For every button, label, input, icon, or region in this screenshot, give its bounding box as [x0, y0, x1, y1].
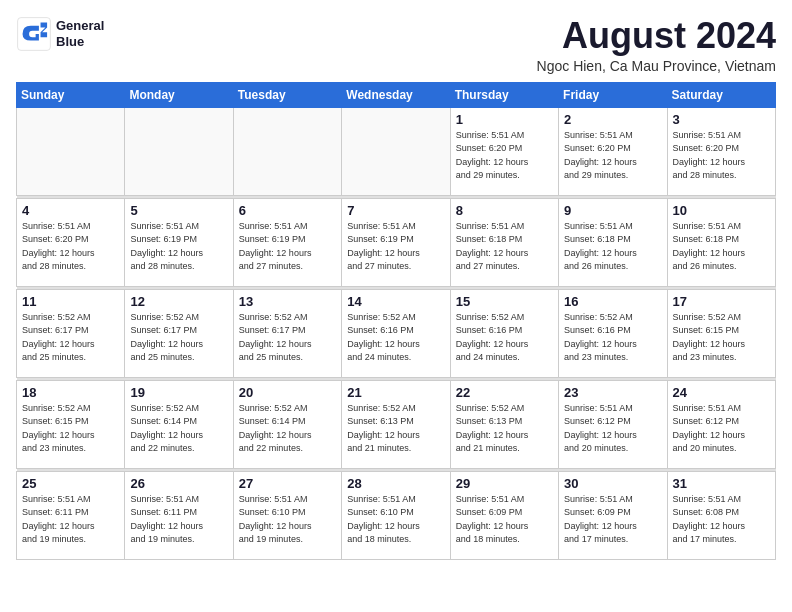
day-number: 14: [347, 294, 444, 309]
calendar-cell: 30Sunrise: 5:51 AM Sunset: 6:09 PM Dayli…: [559, 471, 667, 559]
day-number: 28: [347, 476, 444, 491]
day-info: Sunrise: 5:52 AM Sunset: 6:16 PM Dayligh…: [564, 311, 661, 365]
day-number: 30: [564, 476, 661, 491]
day-info: Sunrise: 5:52 AM Sunset: 6:16 PM Dayligh…: [347, 311, 444, 365]
weekday-header-tuesday: Tuesday: [233, 82, 341, 107]
month-title: August 2024: [537, 16, 776, 56]
day-number: 3: [673, 112, 770, 127]
day-info: Sunrise: 5:52 AM Sunset: 6:17 PM Dayligh…: [239, 311, 336, 365]
calendar-cell: [125, 107, 233, 195]
day-number: 17: [673, 294, 770, 309]
day-info: Sunrise: 5:51 AM Sunset: 6:10 PM Dayligh…: [347, 493, 444, 547]
day-info: Sunrise: 5:51 AM Sunset: 6:12 PM Dayligh…: [564, 402, 661, 456]
day-number: 12: [130, 294, 227, 309]
calendar-cell: 18Sunrise: 5:52 AM Sunset: 6:15 PM Dayli…: [17, 380, 125, 468]
calendar-cell: 31Sunrise: 5:51 AM Sunset: 6:08 PM Dayli…: [667, 471, 775, 559]
calendar-cell: 21Sunrise: 5:52 AM Sunset: 6:13 PM Dayli…: [342, 380, 450, 468]
day-number: 6: [239, 203, 336, 218]
day-number: 18: [22, 385, 119, 400]
day-number: 9: [564, 203, 661, 218]
calendar-cell: 26Sunrise: 5:51 AM Sunset: 6:11 PM Dayli…: [125, 471, 233, 559]
calendar-cell: [17, 107, 125, 195]
day-number: 2: [564, 112, 661, 127]
day-number: 20: [239, 385, 336, 400]
calendar-cell: 15Sunrise: 5:52 AM Sunset: 6:16 PM Dayli…: [450, 289, 558, 377]
generalblue-logo-icon: [16, 16, 52, 52]
day-info: Sunrise: 5:52 AM Sunset: 6:16 PM Dayligh…: [456, 311, 553, 365]
calendar-cell: 8Sunrise: 5:51 AM Sunset: 6:18 PM Daylig…: [450, 198, 558, 286]
weekday-header-sunday: Sunday: [17, 82, 125, 107]
day-info: Sunrise: 5:52 AM Sunset: 6:14 PM Dayligh…: [239, 402, 336, 456]
calendar-cell: 28Sunrise: 5:51 AM Sunset: 6:10 PM Dayli…: [342, 471, 450, 559]
day-number: 31: [673, 476, 770, 491]
calendar-cell: 25Sunrise: 5:51 AM Sunset: 6:11 PM Dayli…: [17, 471, 125, 559]
day-number: 19: [130, 385, 227, 400]
location: Ngoc Hien, Ca Mau Province, Vietnam: [537, 58, 776, 74]
calendar-cell: 3Sunrise: 5:51 AM Sunset: 6:20 PM Daylig…: [667, 107, 775, 195]
day-number: 27: [239, 476, 336, 491]
day-number: 10: [673, 203, 770, 218]
day-info: Sunrise: 5:51 AM Sunset: 6:18 PM Dayligh…: [456, 220, 553, 274]
day-info: Sunrise: 5:51 AM Sunset: 6:11 PM Dayligh…: [130, 493, 227, 547]
weekday-header-monday: Monday: [125, 82, 233, 107]
day-info: Sunrise: 5:51 AM Sunset: 6:20 PM Dayligh…: [564, 129, 661, 183]
day-info: Sunrise: 5:51 AM Sunset: 6:20 PM Dayligh…: [673, 129, 770, 183]
day-number: 13: [239, 294, 336, 309]
day-info: Sunrise: 5:51 AM Sunset: 6:09 PM Dayligh…: [456, 493, 553, 547]
calendar-cell: 24Sunrise: 5:51 AM Sunset: 6:12 PM Dayli…: [667, 380, 775, 468]
day-number: 16: [564, 294, 661, 309]
calendar-cell: [233, 107, 341, 195]
calendar-cell: 19Sunrise: 5:52 AM Sunset: 6:14 PM Dayli…: [125, 380, 233, 468]
calendar-cell: 9Sunrise: 5:51 AM Sunset: 6:18 PM Daylig…: [559, 198, 667, 286]
day-info: Sunrise: 5:51 AM Sunset: 6:20 PM Dayligh…: [22, 220, 119, 274]
calendar-cell: 7Sunrise: 5:51 AM Sunset: 6:19 PM Daylig…: [342, 198, 450, 286]
calendar-week-3: 11Sunrise: 5:52 AM Sunset: 6:17 PM Dayli…: [17, 289, 776, 377]
calendar-cell: 29Sunrise: 5:51 AM Sunset: 6:09 PM Dayli…: [450, 471, 558, 559]
day-number: 5: [130, 203, 227, 218]
day-number: 22: [456, 385, 553, 400]
day-info: Sunrise: 5:52 AM Sunset: 6:15 PM Dayligh…: [673, 311, 770, 365]
day-number: 7: [347, 203, 444, 218]
calendar-week-1: 1Sunrise: 5:51 AM Sunset: 6:20 PM Daylig…: [17, 107, 776, 195]
day-info: Sunrise: 5:52 AM Sunset: 6:13 PM Dayligh…: [456, 402, 553, 456]
day-info: Sunrise: 5:51 AM Sunset: 6:10 PM Dayligh…: [239, 493, 336, 547]
day-info: Sunrise: 5:51 AM Sunset: 6:18 PM Dayligh…: [564, 220, 661, 274]
title-block: August 2024 Ngoc Hien, Ca Mau Province, …: [537, 16, 776, 74]
calendar-cell: 5Sunrise: 5:51 AM Sunset: 6:19 PM Daylig…: [125, 198, 233, 286]
calendar-cell: 23Sunrise: 5:51 AM Sunset: 6:12 PM Dayli…: [559, 380, 667, 468]
day-info: Sunrise: 5:51 AM Sunset: 6:19 PM Dayligh…: [239, 220, 336, 274]
day-number: 29: [456, 476, 553, 491]
weekday-header-friday: Friday: [559, 82, 667, 107]
day-info: Sunrise: 5:51 AM Sunset: 6:09 PM Dayligh…: [564, 493, 661, 547]
calendar-week-2: 4Sunrise: 5:51 AM Sunset: 6:20 PM Daylig…: [17, 198, 776, 286]
day-info: Sunrise: 5:51 AM Sunset: 6:08 PM Dayligh…: [673, 493, 770, 547]
weekday-header-wednesday: Wednesday: [342, 82, 450, 107]
calendar-cell: 12Sunrise: 5:52 AM Sunset: 6:17 PM Dayli…: [125, 289, 233, 377]
day-info: Sunrise: 5:51 AM Sunset: 6:19 PM Dayligh…: [347, 220, 444, 274]
page-header: General Blue August 2024 Ngoc Hien, Ca M…: [16, 16, 776, 74]
calendar-cell: 17Sunrise: 5:52 AM Sunset: 6:15 PM Dayli…: [667, 289, 775, 377]
day-info: Sunrise: 5:51 AM Sunset: 6:19 PM Dayligh…: [130, 220, 227, 274]
day-number: 21: [347, 385, 444, 400]
day-info: Sunrise: 5:52 AM Sunset: 6:15 PM Dayligh…: [22, 402, 119, 456]
calendar-cell: 11Sunrise: 5:52 AM Sunset: 6:17 PM Dayli…: [17, 289, 125, 377]
day-info: Sunrise: 5:52 AM Sunset: 6:17 PM Dayligh…: [22, 311, 119, 365]
calendar-cell: 1Sunrise: 5:51 AM Sunset: 6:20 PM Daylig…: [450, 107, 558, 195]
logo: General Blue: [16, 16, 104, 52]
weekday-header-saturday: Saturday: [667, 82, 775, 107]
calendar-cell: 13Sunrise: 5:52 AM Sunset: 6:17 PM Dayli…: [233, 289, 341, 377]
day-number: 4: [22, 203, 119, 218]
logo-text: General Blue: [56, 18, 104, 49]
day-number: 25: [22, 476, 119, 491]
day-number: 11: [22, 294, 119, 309]
day-info: Sunrise: 5:51 AM Sunset: 6:20 PM Dayligh…: [456, 129, 553, 183]
calendar-week-4: 18Sunrise: 5:52 AM Sunset: 6:15 PM Dayli…: [17, 380, 776, 468]
calendar-cell: 27Sunrise: 5:51 AM Sunset: 6:10 PM Dayli…: [233, 471, 341, 559]
calendar-cell: 22Sunrise: 5:52 AM Sunset: 6:13 PM Dayli…: [450, 380, 558, 468]
day-number: 26: [130, 476, 227, 491]
day-info: Sunrise: 5:52 AM Sunset: 6:14 PM Dayligh…: [130, 402, 227, 456]
calendar-cell: 10Sunrise: 5:51 AM Sunset: 6:18 PM Dayli…: [667, 198, 775, 286]
day-number: 23: [564, 385, 661, 400]
weekday-header-thursday: Thursday: [450, 82, 558, 107]
calendar-cell: 2Sunrise: 5:51 AM Sunset: 6:20 PM Daylig…: [559, 107, 667, 195]
